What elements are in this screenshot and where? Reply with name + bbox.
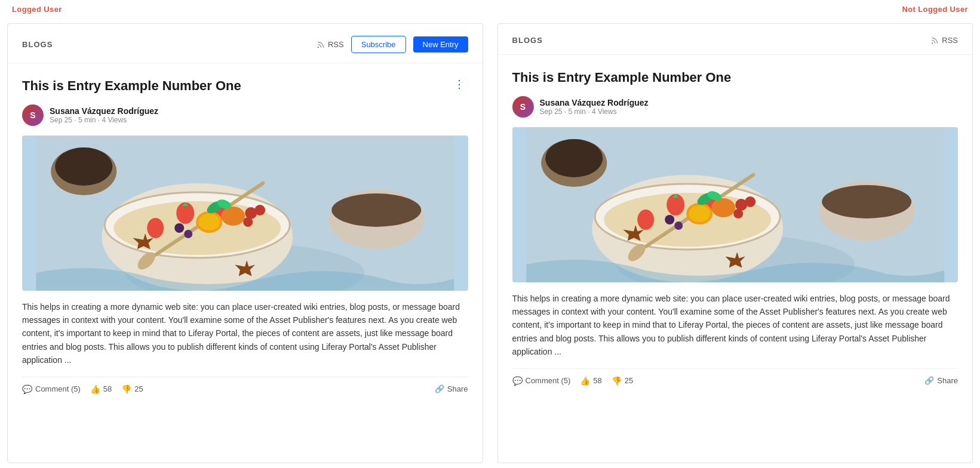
thumbs-up-icon-right: 👍 [580,376,590,386]
blogs-label-right: BLOGS [512,36,543,45]
svg-point-18 [198,214,220,230]
svg-point-9 [331,193,421,227]
rss-link-left[interactable]: RSS [317,40,344,49]
entry-title-left: This is Entry Example Number One [22,78,241,95]
svg-point-49 [689,205,710,222]
left-panel-content: This is Entry Example Number One ⋮ S Sus… [8,63,483,404]
entry-image-left [22,136,468,291]
entry-meta-right: Sep 25 · 5 min · 4 Views [540,107,649,116]
svg-point-40 [822,185,911,218]
entry-menu-button-left[interactable]: ⋮ [450,78,468,91]
svg-point-31 [932,42,933,43]
author-avatar-left: S [22,104,44,126]
top-bar: Logged User Not Logged User [0,0,980,19]
svg-point-47 [637,210,654,230]
svg-point-21 [254,205,265,215]
not-logged-user-label: Not Logged User [902,5,968,14]
author-row-right: S Susana Vázquez Rodríguez Sep 25 · 5 mi… [512,96,959,118]
share-action-left[interactable]: 🔗 Share [435,384,468,393]
blogs-label-left: BLOGS [22,40,53,49]
entry-image-right [512,127,959,282]
header-left-group: BLOGS [22,40,53,49]
header-right-group-right: RSS [930,36,958,45]
new-entry-button[interactable]: New Entry [413,36,468,53]
logged-user-panel: BLOGS RSS Subscribe New Entry This is En… [7,23,483,463]
thumbs-down-icon-left: 👎 [121,384,131,394]
svg-point-53 [733,209,743,218]
avatar-inner-left: S [22,104,44,126]
avatar-inner-right: S [512,96,534,118]
author-avatar-right: S [512,96,534,118]
svg-point-19 [221,207,245,226]
rss-icon-left [317,41,325,49]
svg-point-50 [711,198,735,217]
author-info-right: Susana Vázquez Rodríguez Sep 25 · 5 min … [540,98,649,116]
rss-label-right: RSS [942,36,958,45]
thumbs-up-icon-left: 👍 [90,384,100,394]
entry-title-right: This is Entry Example Number One [512,69,732,87]
header-right-group: RSS Subscribe New Entry [317,36,468,53]
not-logged-user-panel: BLOGS RSS This is Entry Example Number O… [497,23,973,463]
header-left-group-right: BLOGS [512,36,543,45]
thumbs-down-icon-right: 👎 [612,376,622,386]
svg-point-22 [243,217,253,227]
author-row-left: S Susana Vázquez Rodríguez Sep 25 · 5 mi… [22,104,468,126]
author-name-left: Susana Vázquez Rodríguez [50,106,158,116]
share-label-right: Share [937,376,958,385]
svg-point-0 [318,47,318,47]
entry-footer-right: 💬 Comment (5) 👍 58 👎 25 🔗 Share [512,368,959,386]
dislike-count-left: 25 [134,384,143,393]
svg-point-60 [545,139,603,177]
like-action-right[interactable]: 👍 58 [580,376,601,386]
svg-point-54 [665,215,674,224]
entry-text-right: This helps in creating a more dynamic we… [512,292,959,359]
svg-point-55 [674,221,683,230]
like-action-left[interactable]: 👍 58 [90,384,112,394]
panel-header-right: BLOGS RSS [498,24,973,55]
footer-left-actions-right: 💬 Comment (5) 👍 58 👎 25 [512,376,634,386]
comment-icon-right: 💬 [512,376,523,386]
comment-icon-left: 💬 [22,384,32,394]
like-count-right: 58 [593,376,601,385]
svg-point-52 [745,196,755,207]
share-action-right[interactable]: 🔗 Share [924,376,958,385]
share-icon-right: 🔗 [924,376,934,385]
author-name-right: Susana Vázquez Rodríguez [540,98,649,107]
dislike-action-right[interactable]: 👎 25 [612,376,633,386]
entry-header-right: This is Entry Example Number One [512,69,959,87]
svg-point-29 [55,147,112,186]
svg-point-24 [184,230,192,238]
food-image-svg-right [512,127,959,282]
entry-meta-left: Sep 25 · 5 min · 4 Views [50,116,158,124]
rss-link-right[interactable]: RSS [930,36,958,45]
rss-icon-right [930,36,939,45]
entry-text-left: This helps in creating a more dynamic we… [22,300,468,367]
comment-action-left[interactable]: 💬 Comment (5) [22,384,81,394]
rss-label-left: RSS [328,40,344,49]
author-info-left: Susana Vázquez Rodríguez Sep 25 · 5 min … [50,106,158,124]
share-icon-left: 🔗 [435,384,444,393]
entry-footer-left: 💬 Comment (5) 👍 58 👎 25 🔗 Share [22,377,468,394]
right-panel-content: This is Entry Example Number One S Susan… [498,55,973,395]
comment-label-left: Comment (5) [35,384,81,393]
logged-user-label: Logged User [12,5,62,14]
svg-point-16 [147,218,164,238]
panels-container: BLOGS RSS Subscribe New Entry This is En… [0,19,980,468]
food-image-svg-left [22,136,468,291]
subscribe-button[interactable]: Subscribe [351,36,406,53]
comment-action-right[interactable]: 💬 Comment (5) [512,376,571,386]
svg-point-23 [174,223,184,233]
entry-header-left: This is Entry Example Number One ⋮ [22,78,468,95]
share-label-left: Share [447,384,468,393]
like-count-left: 58 [103,384,112,393]
dislike-count-right: 25 [625,376,633,385]
comment-label-right: Comment (5) [526,376,571,385]
panel-header-left: BLOGS RSS Subscribe New Entry [8,24,483,63]
dislike-action-left[interactable]: 👎 25 [121,384,143,394]
footer-left-actions: 💬 Comment (5) 👍 58 👎 25 [22,384,143,394]
